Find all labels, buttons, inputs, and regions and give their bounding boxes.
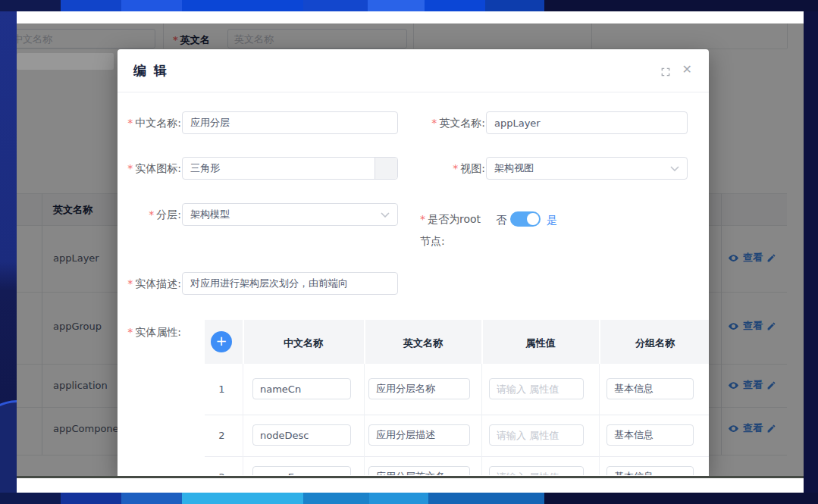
dimmed-panel-remnant bbox=[17, 53, 114, 70]
left-decor-strip bbox=[0, 11, 17, 493]
view-select[interactable]: 架构视图 bbox=[486, 157, 688, 180]
mosaic-tile bbox=[182, 0, 303, 11]
root-node-label: *是否为root节点: bbox=[420, 208, 487, 252]
en-name-label: *英文名称: bbox=[417, 117, 485, 130]
header-gap bbox=[481, 320, 483, 364]
dialog-header: 编 辑 ✕ bbox=[118, 49, 709, 92]
mosaic-tile bbox=[428, 493, 544, 504]
app-content: *英文名 英文名称 appLayer appGroup application … bbox=[17, 23, 804, 476]
view-select-value: 架构视图 bbox=[494, 161, 534, 175]
required-asterisk: * bbox=[127, 277, 133, 290]
en-name-input[interactable] bbox=[486, 111, 688, 134]
attr-header-cn: 中文名称 bbox=[244, 337, 362, 350]
mosaic-tile bbox=[0, 0, 61, 11]
entity-desc-input[interactable] bbox=[182, 272, 398, 295]
cn-name-label: *中文名称: bbox=[118, 117, 181, 130]
required-asterisk: * bbox=[453, 162, 458, 174]
attr-row-index: 2 bbox=[205, 430, 239, 441]
attr-row-border bbox=[205, 456, 709, 457]
app-window: *英文名 英文名称 appLayer appGroup application … bbox=[17, 11, 804, 493]
attr-group-input[interactable] bbox=[606, 378, 694, 399]
attr-col-border bbox=[599, 364, 600, 475]
required-asterisk: * bbox=[149, 208, 154, 221]
required-asterisk: * bbox=[431, 117, 437, 129]
icon-picker-button[interactable] bbox=[375, 158, 397, 179]
dialog-title: 编 辑 bbox=[133, 62, 168, 80]
entity-icon-label: *实体图标: bbox=[118, 162, 181, 176]
mosaic-tile bbox=[121, 0, 182, 11]
attr-cn-input[interactable] bbox=[252, 378, 351, 399]
root-node-toggle[interactable] bbox=[510, 211, 541, 227]
toggle-on-text: 是 bbox=[547, 214, 557, 227]
attr-en-input[interactable] bbox=[368, 424, 470, 446]
attr-value-input[interactable] bbox=[489, 466, 584, 475]
decor-arc bbox=[0, 400, 17, 493]
attr-header-en: 英文名称 bbox=[366, 337, 480, 350]
toggle-off-text: 否 bbox=[496, 214, 506, 227]
add-attribute-button[interactable]: + bbox=[211, 331, 232, 352]
cn-name-input[interactable] bbox=[182, 111, 398, 134]
required-asterisk: * bbox=[127, 162, 133, 174]
bottom-mosaic-band bbox=[0, 493, 818, 504]
mosaic-tile bbox=[425, 0, 485, 11]
entity-attrs-label: *实体属性: bbox=[118, 326, 181, 340]
mosaic-tile bbox=[544, 0, 818, 11]
attr-cn-input[interactable] bbox=[252, 466, 351, 475]
mosaic-tile bbox=[303, 0, 368, 11]
layer-select-value: 架构模型 bbox=[190, 208, 230, 221]
header-gap bbox=[364, 320, 365, 364]
dialog-body: *中文名称: *英文名称: *实体图标: 三角形 *视图: bbox=[118, 92, 709, 475]
top-mosaic-band bbox=[0, 0, 818, 11]
required-asterisk: * bbox=[127, 117, 133, 129]
attr-row-border bbox=[205, 415, 709, 415]
entity-icon-value: 三角形 bbox=[183, 158, 375, 179]
entity-desc-label: *实体描述: bbox=[118, 277, 181, 291]
chevron-down-icon bbox=[381, 212, 390, 218]
mosaic-tile bbox=[369, 493, 428, 504]
attr-value-input[interactable] bbox=[489, 378, 584, 399]
fullscreen-icon[interactable] bbox=[660, 66, 671, 80]
entity-icon-field[interactable]: 三角形 bbox=[182, 157, 398, 180]
right-decor-strip bbox=[804, 11, 818, 493]
mosaic-tile bbox=[61, 0, 121, 11]
chevron-down-icon bbox=[670, 166, 679, 171]
header-gap bbox=[599, 320, 600, 364]
edit-dialog: 编 辑 ✕ *中文名称: *英文名称: bbox=[118, 49, 709, 476]
view-label: *视图: bbox=[417, 162, 485, 176]
attr-cn-input[interactable] bbox=[252, 424, 351, 446]
mosaic-tile bbox=[544, 493, 818, 504]
attr-en-input[interactable] bbox=[368, 466, 470, 475]
attr-col-border bbox=[243, 364, 243, 475]
mosaic-tile bbox=[61, 493, 121, 504]
attr-header-value: 属性值 bbox=[484, 337, 597, 350]
app-bottom-strip bbox=[17, 478, 804, 493]
attr-value-input[interactable] bbox=[489, 424, 584, 446]
app-top-strip bbox=[17, 11, 804, 23]
mosaic-tile bbox=[303, 493, 369, 504]
close-icon[interactable]: ✕ bbox=[682, 62, 692, 77]
required-asterisk: * bbox=[420, 213, 425, 225]
attr-col-border bbox=[364, 364, 365, 475]
mosaic-tile bbox=[182, 493, 303, 504]
attr-header-group: 分组名称 bbox=[601, 337, 709, 350]
attr-row-index: 3 bbox=[205, 471, 239, 475]
required-asterisk: * bbox=[127, 326, 133, 338]
attr-row-index: 1 bbox=[205, 383, 239, 395]
attr-group-input[interactable] bbox=[606, 466, 694, 475]
mosaic-tile bbox=[368, 0, 425, 11]
attr-group-input[interactable] bbox=[606, 424, 694, 446]
layer-select[interactable]: 架构模型 bbox=[182, 203, 398, 226]
toggle-knob bbox=[527, 213, 539, 225]
mosaic-tile bbox=[0, 493, 61, 504]
attribute-table: + 中文名称 英文名称 属性值 分组名称 1 bbox=[205, 320, 709, 475]
attr-col-border bbox=[481, 364, 482, 475]
layer-label: *分层: bbox=[118, 208, 181, 222]
mosaic-tile bbox=[121, 493, 182, 504]
attr-en-input[interactable] bbox=[368, 378, 470, 399]
mosaic-tile bbox=[485, 0, 544, 11]
